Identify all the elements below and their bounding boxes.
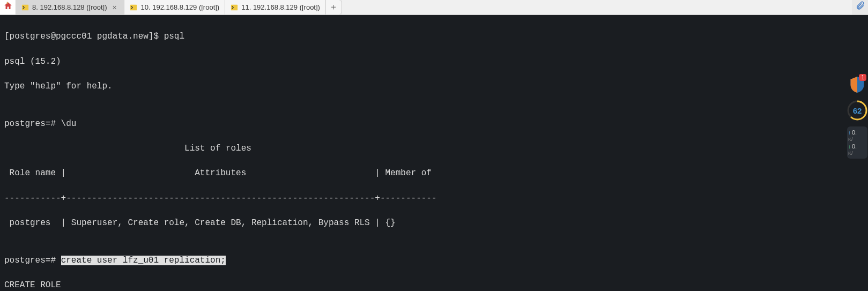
terminal-icon [21,4,29,11]
new-tab-button[interactable]: ＋ [326,0,342,14]
term-line: psql (15.2) [4,56,864,68]
term-line: Type "help" for help. [4,80,864,93]
home-button[interactable] [0,0,16,14]
shield-icon [849,87,865,97]
arrow-up-icon: ↑ [848,130,851,136]
upload-value: 0. [852,129,857,136]
prompt-text: postgres=# [4,256,61,265]
upload-stat: ↑ 0. [848,129,866,136]
term-line: -----------+----------------------------… [4,192,864,205]
download-unit-row: K/ [848,150,866,156]
term-line: CREATE ROLE [4,279,864,291]
tab-label: 11. 192.168.8.129 ([root]) [241,3,320,11]
download-unit: K/ [848,151,853,156]
upload-unit-row: K/ [848,136,866,143]
term-line: List of roles [4,143,864,155]
terminal-icon [130,4,137,11]
term-line: Role name | Attributes | Member of [4,167,864,180]
svg-rect-1 [22,4,28,10]
tab-label: 8. 192.168.8.128 ([root]) [32,3,107,11]
terminal-output[interactable]: [postgres@pgccc01 pgdata.new]$ psql psql… [0,15,868,291]
svg-rect-3 [231,4,238,10]
tab-label: 10. 192.168.8.129 ([root]) [140,3,219,11]
paperclip-icon [855,1,865,13]
shield-badge-count: 1 [859,74,866,81]
term-line: postgres=# create user lfz_u01 replicati… [4,255,864,267]
tab-2[interactable]: 10. 192.168.8.129 ([root]) [124,0,225,14]
upload-unit: K/ [848,137,853,142]
svg-rect-2 [130,4,137,10]
term-line: postgres | Superuser, Create role, Creat… [4,217,864,229]
attach-button[interactable] [852,0,868,14]
close-icon[interactable]: × [110,3,118,12]
performance-gauge[interactable]: 62 [847,100,868,121]
security-shield[interactable]: 1 [849,75,865,94]
plus-icon: ＋ [329,2,338,13]
svg-rect-0 [6,2,8,4]
tab-1[interactable]: 8. 192.168.8.128 ([root]) × [16,0,124,14]
terminal-icon [231,4,238,11]
highlighted-command: create user lfz_u01 replication; [61,256,226,265]
tab-3[interactable]: 11. 192.168.8.129 ([root]) [225,0,326,14]
sidebar-widgets: 1 62 ↑ 0. K/ ↓ 0. K/ [847,75,868,159]
arrow-down-icon: ↓ [848,144,851,150]
term-line: [postgres@pgccc01 pgdata.new]$ psql [4,31,864,43]
download-value: 0. [852,143,857,150]
term-line: postgres=# \du [4,118,864,130]
home-icon [3,1,13,13]
tab-spacer [342,0,852,14]
download-stat: ↓ 0. [848,143,866,150]
tab-bar: 8. 192.168.8.128 ([root]) × 10. 192.168.… [0,0,868,15]
network-stats[interactable]: ↑ 0. K/ ↓ 0. K/ [847,126,867,159]
gauge-value: 62 [853,106,862,115]
